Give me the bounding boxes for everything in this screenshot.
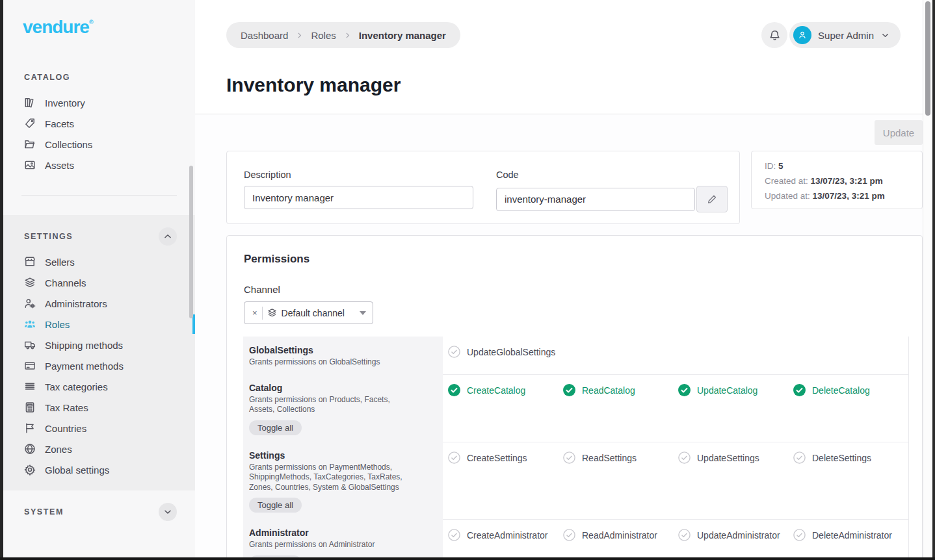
chevron-right-icon <box>343 31 352 40</box>
role-details-card: Description Code <box>226 151 740 224</box>
permission-checkbox-updateadministrator[interactable]: UpdateAdministrator <box>678 529 793 541</box>
user-gear-icon <box>24 298 36 309</box>
sidebar-item-label: Global settings <box>45 465 109 476</box>
permission-label: ReadCatalog <box>582 384 635 396</box>
chevron-right-icon <box>295 31 304 40</box>
permission-group-name: Catalog <box>249 383 434 393</box>
sidebar-item-facets[interactable]: Facets <box>3 113 195 134</box>
sidebar-divider <box>21 195 177 196</box>
permission-group-cell: CatalogGrants permissions on Products, F… <box>243 374 443 442</box>
divider <box>262 307 263 320</box>
description-label: Description <box>244 170 473 180</box>
sidebar-item-collections[interactable]: Collections <box>3 134 195 155</box>
permission-checkbox-readadministrator[interactable]: ReadAdministrator <box>563 529 678 541</box>
permission-checkbox-createcatalog[interactable]: CreateCatalog <box>448 384 563 396</box>
vendure-logo[interactable]: vendure® <box>23 17 195 38</box>
sidebar-item-inventory[interactable]: Inventory <box>3 92 195 113</box>
unchecked-circle-icon <box>448 529 460 541</box>
window-edge-bottom <box>0 557 935 560</box>
sidebar-item-shipping-methods[interactable]: Shipping methods <box>3 335 195 355</box>
section-label: CATALOG <box>24 73 70 82</box>
channel-label: Channel <box>244 284 280 295</box>
window-edge-right <box>932 0 935 560</box>
sidebar-item-payment-methods[interactable]: Payment methods <box>3 355 195 376</box>
clear-channel-icon[interactable]: × <box>252 309 257 317</box>
sidebar-item-administrators[interactable]: Administrators <box>3 293 195 314</box>
main-scrollbar[interactable] <box>923 0 932 557</box>
sidebar-item-channels[interactable]: Channels <box>3 272 195 293</box>
unchecked-circle-icon <box>563 529 575 541</box>
permission-checkbox-deletesettings[interactable]: DeleteSettings <box>793 452 908 464</box>
pencil-icon <box>707 194 718 205</box>
section-collapse-button[interactable] <box>159 503 177 521</box>
permission-group-name: Administrator <box>249 528 434 538</box>
permission-label: ReadAdministrator <box>582 529 657 541</box>
sidebar-item-label: Channels <box>45 277 86 288</box>
sidebar: vendure® CATALOGInventoryFacetsCollectio… <box>3 0 195 557</box>
toggle-all-button[interactable]: Toggle all <box>249 498 302 513</box>
permission-checkbox-deletecatalog[interactable]: DeleteCatalog <box>793 384 908 396</box>
breadcrumb-item[interactable]: Roles <box>311 30 336 41</box>
unchecked-circle-icon <box>793 452 806 464</box>
sidebar-item-label: Zones <box>45 444 72 455</box>
permission-label: ReadSettings <box>582 452 637 463</box>
permission-label: UpdateGlobalSettings <box>467 346 555 357</box>
calculator-icon <box>24 401 36 413</box>
page-title: Inventory manager <box>226 74 401 96</box>
sidebar-item-roles[interactable]: Roles <box>3 314 195 335</box>
permission-checkbox-updateglobalsettings[interactable]: UpdateGlobalSettings <box>448 346 563 358</box>
sidebar-item-label: Countries <box>45 423 86 434</box>
permission-row-administrator: AdministratorGrants permissions on Admin… <box>243 519 908 557</box>
created-at-value: 13/07/23, 3:21 pm <box>811 176 883 186</box>
layers-icon <box>267 308 277 318</box>
sidebar-item-label: Shipping methods <box>45 340 123 351</box>
permission-group-cell: GlobalSettingsGrants permissions on Glob… <box>243 337 443 374</box>
permission-items-cell: CreateAdministratorReadAdministratorUpda… <box>443 519 908 557</box>
permissions-table: GlobalSettingsGrants permissions on Glob… <box>243 337 909 557</box>
channel-value: Default channel <box>282 308 355 318</box>
users-icon <box>24 318 36 330</box>
permission-checkbox-createadministrator[interactable]: CreateAdministrator <box>448 529 563 541</box>
sidebar-item-global-settings[interactable]: Global settings <box>3 459 195 480</box>
list-icon <box>24 381 36 392</box>
section-collapse-button[interactable] <box>159 227 177 246</box>
code-input[interactable] <box>496 188 695 211</box>
permission-label: CreateAdministrator <box>467 529 548 541</box>
edit-code-button[interactable] <box>696 186 728 212</box>
sidebar-item-zones[interactable]: Zones <box>3 439 195 459</box>
sidebar-scrollbar-thumb[interactable] <box>189 166 193 318</box>
permission-label: DeleteSettings <box>812 452 871 463</box>
permission-checkbox-updatecatalog[interactable]: UpdateCatalog <box>678 384 793 396</box>
permission-group-description: Grants permissions on Administrator <box>249 540 413 550</box>
notifications-button[interactable] <box>761 22 787 48</box>
permission-checkbox-createsettings[interactable]: CreateSettings <box>448 452 563 464</box>
main-area: DashboardRolesInventory manager Super Ad… <box>195 0 932 557</box>
sidebar-item-sellers[interactable]: Sellers <box>3 251 195 272</box>
description-input[interactable] <box>244 186 473 209</box>
toggle-all-button[interactable]: Toggle all <box>249 420 302 435</box>
globe-icon <box>24 443 36 455</box>
permission-checkbox-updatesettings[interactable]: UpdateSettings <box>678 452 793 464</box>
user-menu[interactable]: Super Admin <box>789 22 901 48</box>
channel-select[interactable]: × Default channel <box>244 301 373 324</box>
sidebar-item-tax-rates[interactable]: Tax Rates <box>3 397 195 418</box>
permission-group-name: Settings <box>249 450 434 461</box>
update-button[interactable]: Update <box>875 120 923 145</box>
sidebar-item-countries[interactable]: Countries <box>3 418 195 439</box>
unchecked-circle-icon <box>448 452 460 464</box>
permissions-card: Permissions Channel × Default channel Gl… <box>226 235 923 557</box>
updated-at-value: 13/07/23, 3:21 pm <box>813 191 885 201</box>
sidebar-item-assets[interactable]: Assets <box>3 155 195 175</box>
content-area: Update Description Code <box>195 115 932 557</box>
permission-checkbox-readcatalog[interactable]: ReadCatalog <box>563 384 678 396</box>
permission-checkbox-readsettings[interactable]: ReadSettings <box>563 452 678 464</box>
unchecked-circle-icon <box>563 452 575 464</box>
sidebar-item-label: Collections <box>45 139 92 150</box>
id-label: ID: <box>765 161 776 171</box>
sidebar-item-tax-categories[interactable]: Tax categories <box>3 376 195 397</box>
breadcrumb-item[interactable]: Dashboard <box>241 30 288 41</box>
sidebar-item-label: Assets <box>45 160 74 171</box>
permission-checkbox-deleteadministrator[interactable]: DeleteAdministrator <box>793 529 908 541</box>
app-window: vendure® CATALOGInventoryFacetsCollectio… <box>3 0 932 557</box>
main-scrollbar-thumb[interactable] <box>925 1 930 116</box>
